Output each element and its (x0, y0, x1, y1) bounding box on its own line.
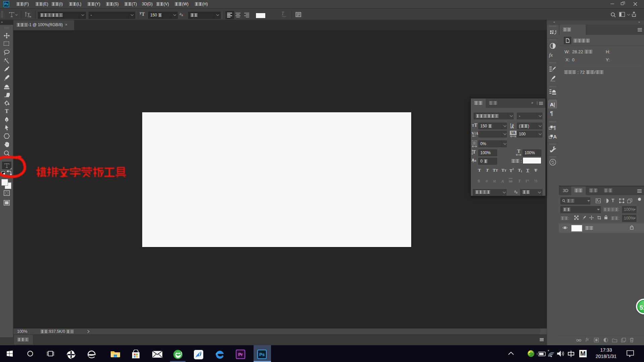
svg-text:T: T (27, 12, 30, 17)
svg-text:A: A (553, 134, 557, 139)
svg-text:¶: ¶ (553, 125, 556, 130)
svg-text:*: * (548, 350, 549, 353)
svg-text:T: T (5, 108, 9, 114)
svg-text:A: A (511, 125, 514, 129)
